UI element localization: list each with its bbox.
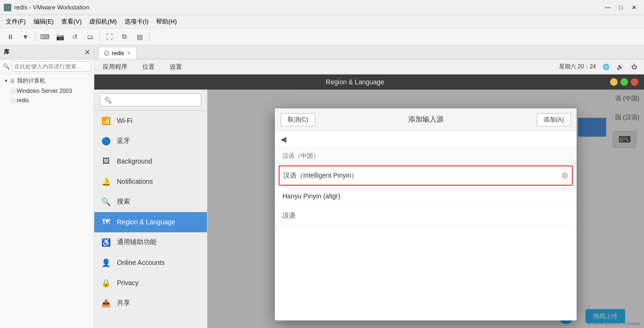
menu-file[interactable]: 文件(F)	[2, 16, 30, 27]
menu-help[interactable]: 帮助(H)	[152, 16, 181, 27]
dialog-add-button[interactable]: 添加(A)	[537, 113, 571, 126]
settings-nav-search[interactable]: 🔍 搜索	[94, 192, 207, 212]
tree-item-redis[interactable]: □ redis	[0, 96, 94, 105]
dialog-header: 取消(C) 添加输入源 添加(A)	[275, 108, 577, 131]
dialog-cancel-button[interactable]: 取消(C)	[281, 113, 315, 126]
menu-vm[interactable]: 虚拟机(M)	[85, 16, 121, 27]
gnome-win-controls: — □ ✕	[610, 78, 638, 86]
gnome-body: 🔍 📶 Wi-Fi 🔵 蓝牙 🖼 Background	[94, 90, 644, 328]
region-icon: 🗺	[101, 217, 111, 227]
toolbar-separator-1	[35, 32, 35, 41]
gnome-close-button[interactable]: ✕	[631, 78, 638, 86]
search-icon: 🔍	[101, 197, 111, 207]
vm-tab-redis[interactable]: ⬡ redis ✕	[98, 47, 137, 59]
menu-edit[interactable]: 编辑(E)	[30, 16, 58, 27]
settings-nav-bluetooth-label: 蓝牙	[117, 137, 130, 145]
settings-nav-region[interactable]: 🗺 Region & Language	[94, 212, 207, 232]
settings-nav-wifi[interactable]: 📶 Wi-Fi	[94, 111, 207, 131]
dialog-back-bar: ◀	[275, 131, 577, 148]
dialog-content: ◀ 汉语（中国） 汉语（Intelligent Pinyin） ⚙	[275, 131, 577, 320]
library-title: 库	[4, 48, 9, 56]
library-sidebar: 库 ✕ 🔍 ▼ 🖥 我的计算机 □ Windows Server 2003 □ …	[0, 45, 94, 328]
vm-tab-close-button[interactable]: ✕	[127, 50, 131, 56]
toolbar-power-button[interactable]: ⏸	[4, 30, 17, 43]
settings-gear-icon[interactable]: ⚙	[561, 171, 568, 180]
menu-tabs[interactable]: 选项卡(I)	[121, 16, 152, 27]
settings-nav-online-accounts[interactable]: 👤 Online Accounts	[94, 253, 207, 273]
settings-nav-search-label: 搜索	[117, 197, 130, 206]
library-tree: ▼ 🖥 我的计算机 □ Windows Server 2003 □ redis	[0, 74, 94, 328]
settings-nav-sharing[interactable]: 📤 共享	[94, 293, 207, 313]
vm-location-menu[interactable]: 位置	[140, 62, 157, 72]
vm-tab-icon: ⬡	[104, 50, 109, 57]
settings-main-panel: 语 (中国) 国 (汉语) ⌨ 取消(C) 添加输入源 添加(A)	[207, 90, 644, 328]
vm-screen: Region & Language — □ ✕ 🔍	[94, 74, 644, 328]
dialog-section-header: 汉语（中国）	[275, 148, 577, 164]
library-search-input[interactable]	[12, 61, 91, 72]
settings-nav-notifications[interactable]: 🔔 Notifications	[94, 172, 207, 192]
tree-item-label: 我的计算机	[17, 77, 45, 85]
tree-item-my-computer[interactable]: ▼ 🖥 我的计算机	[0, 75, 94, 86]
vmware-logo-icon	[4, 4, 11, 11]
dialog-item-hanyu-pinyin[interactable]: Hanyu Pinyin (altgr)	[275, 187, 577, 206]
settings-nav-background[interactable]: 🖼 Background	[94, 151, 207, 172]
power-icon[interactable]: ⏻	[630, 63, 638, 71]
vm-inner-toolbar: 应用程序 位置 设置 星期六 20：24 🌐 🔊 ⏻	[94, 59, 644, 74]
vmware-close-button[interactable]: ✕	[628, 1, 640, 14]
settings-nav-privacy[interactable]: 🔒 Privacy	[94, 273, 207, 293]
notifications-icon: 🔔	[101, 176, 111, 187]
library-search-bar: 🔍	[0, 59, 94, 74]
vmware-minimize-button[interactable]: —	[602, 1, 614, 14]
settings-search-container: 🔍	[100, 93, 201, 107]
settings-nav-accessibility[interactable]: ♿ 通用辅助功能	[94, 232, 207, 253]
tree-item-label: Windows Server 2003	[17, 88, 72, 94]
toolbar-unity[interactable]: ⧉	[118, 30, 131, 43]
settings-nav-bluetooth[interactable]: 🔵 蓝牙	[94, 131, 207, 151]
vmware-window-controls: — □ ✕	[602, 1, 640, 14]
toolbar-view-menu[interactable]: ▤	[133, 30, 146, 43]
vmware-window-title: redis - VMware Workstation	[14, 4, 602, 11]
gnome-minimize-button[interactable]: —	[610, 78, 618, 86]
toolbar-send-ctrl-alt-del[interactable]: ⌨	[38, 30, 51, 43]
toolbar-power-menu[interactable]: ▼	[19, 30, 32, 43]
online-accounts-icon: 👤	[101, 257, 111, 268]
vm-apps-menu[interactable]: 应用程序	[100, 62, 130, 72]
vm-tabbar: ⬡ redis ✕	[94, 45, 644, 59]
settings-search-bar: 🔍	[94, 90, 207, 111]
vm-icon: □	[11, 97, 15, 104]
dialog-overlay: 取消(C) 添加输入源 添加(A) ◀	[207, 90, 644, 328]
vmware-titlebar: redis - VMware Workstation — □ ✕	[0, 0, 644, 15]
dialog-item-label: 汉语	[282, 212, 296, 220]
toolbar-snapshot-revert[interactable]: ↺	[68, 30, 82, 43]
vmware-restore-button[interactable]: □	[615, 1, 627, 14]
dialog-item-label: 汉语（Intelligent Pinyin）	[283, 172, 358, 180]
toolbar-snapshot-take[interactable]: 📷	[53, 30, 66, 43]
settings-nav-background-label: Background	[117, 157, 152, 165]
main-content: ⬡ redis ✕ 应用程序 位置 设置 星期六 20：24 🌐 🔊 ⏻ Reg…	[94, 45, 644, 328]
accessibility-icon: ♿	[101, 237, 111, 247]
gnome-window-title: Region & Language	[100, 78, 610, 86]
tree-item-windows-server[interactable]: □ Windows Server 2003	[0, 86, 94, 96]
vm-datetime: 星期六 20：24	[559, 63, 596, 71]
dialog-empty-space	[275, 226, 577, 320]
sharing-icon: 📤	[101, 298, 111, 308]
vm-tab-label: redis	[112, 50, 124, 57]
dialog-item-label: Hanyu Pinyin (altgr)	[282, 192, 340, 200]
vm-settings-menu[interactable]: 设置	[167, 62, 185, 72]
menu-view[interactable]: 查看(V)	[58, 16, 85, 27]
dialog-item-intelligent-pinyin[interactable]: 汉语（Intelligent Pinyin） ⚙	[279, 165, 573, 186]
library-close-button[interactable]: ✕	[84, 49, 90, 56]
volume-icon[interactable]: 🔊	[616, 63, 624, 71]
gnome-maximize-button[interactable]: □	[620, 78, 628, 86]
dialog-item-chinese[interactable]: 汉语	[275, 206, 577, 226]
toolbar-snapshot-manager[interactable]: 🗂	[83, 30, 97, 43]
tree-item-label: redis	[17, 97, 29, 104]
vm-toolbar-right: 星期六 20：24 🌐 🔊 ⏻	[559, 63, 638, 71]
search-icon: 🔍	[3, 63, 10, 70]
settings-nav-online-accounts-label: Online Accounts	[117, 259, 165, 266]
toolbar-fullscreen[interactable]: ⛶	[103, 30, 116, 43]
network-icon[interactable]: 🌐	[602, 63, 610, 71]
back-arrow-icon[interactable]: ◀	[281, 135, 286, 144]
dialog-title: 添加输入源	[315, 115, 537, 124]
settings-nav-privacy-label: Privacy	[117, 279, 139, 287]
